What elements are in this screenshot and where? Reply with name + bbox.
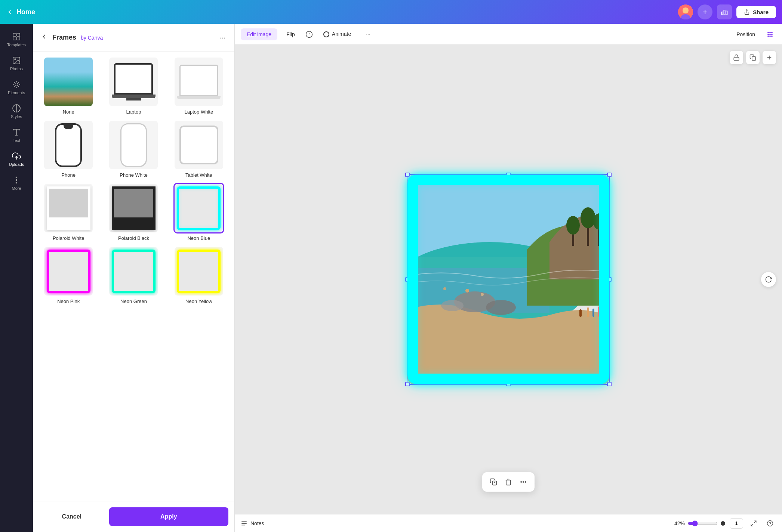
frame-item-neon-blue[interactable]: Neon Blue: [169, 184, 228, 241]
frame-label-phone: Phone: [61, 172, 76, 178]
home-button[interactable]: Home: [6, 8, 35, 16]
lock-button[interactable]: [730, 51, 743, 64]
phone-preview: [55, 123, 82, 167]
polaroid-inner: [49, 189, 88, 217]
animate-label: Animate: [332, 31, 351, 37]
sidebar-label-more: More: [12, 186, 21, 191]
frame-item-tablet-white[interactable]: Tablet White: [169, 121, 228, 178]
duplicate-icon: [749, 54, 756, 61]
laptop-base: [112, 95, 156, 98]
frame-item-polaroid-black[interactable]: Polaroid Black: [104, 184, 163, 241]
svg-rect-4: [724, 10, 725, 15]
frame-item-laptop-white[interactable]: Laptop White: [169, 58, 228, 115]
svg-rect-51: [598, 306, 601, 317]
frame-item-polaroid-white[interactable]: Polaroid White: [39, 184, 98, 241]
laptop-white-base: [177, 96, 221, 99]
animate-button[interactable]: Animate: [317, 28, 357, 40]
expand-button[interactable]: [748, 517, 760, 529]
rotate-icon: [765, 276, 772, 283]
laptop-preview: [109, 58, 158, 106]
share-icon: [744, 9, 750, 15]
svg-rect-26: [767, 34, 769, 35]
frames-panel: Frames by Canva ··· None: [33, 24, 235, 532]
cancel-button[interactable]: Cancel: [39, 507, 105, 526]
share-button[interactable]: Share: [736, 6, 776, 18]
neon-yellow-preview: [177, 250, 221, 293]
sidebar-label-uploads: Uploads: [9, 162, 24, 167]
edit-image-button[interactable]: Edit image: [241, 28, 277, 40]
image-frame-wrapper[interactable]: [407, 174, 610, 385]
frame-label-neon-pink: Neon Pink: [57, 299, 80, 304]
add-button[interactable]: +: [698, 4, 712, 19]
frame-thumb-laptop-white: [175, 58, 223, 106]
neon-blue-preview: [177, 186, 221, 230]
frame-item-phone-white[interactable]: Phone White: [104, 121, 163, 178]
frames-header: Frames by Canva ···: [33, 24, 234, 52]
sidebar-label-templates: Templates: [7, 43, 26, 47]
svg-rect-3: [722, 12, 723, 15]
frame-thumb-polaroid-black: [109, 184, 158, 232]
frame-item-neon-pink[interactable]: Neon Pink: [39, 247, 98, 304]
frame-item-neon-green[interactable]: Neon Green: [104, 247, 163, 304]
notes-button[interactable]: Notes: [241, 520, 264, 527]
svg-rect-23: [767, 32, 769, 33]
info-icon: [305, 31, 313, 38]
svg-line-66: [751, 524, 753, 526]
frame-thumb-laptop: [109, 58, 158, 106]
svg-point-12: [15, 83, 18, 86]
frame-label-none: None: [63, 109, 74, 115]
frame-label-neon-green: Neon Green: [120, 299, 147, 304]
frame-item-none[interactable]: None: [39, 58, 98, 115]
sidebar-item-uploads[interactable]: Uploads: [1, 148, 31, 170]
frame-label-neon-yellow: Neon Yellow: [185, 299, 212, 304]
position-button[interactable]: Position: [730, 28, 761, 40]
zoom-slider[interactable]: [688, 520, 718, 526]
svg-rect-5: [726, 11, 727, 15]
svg-line-65: [754, 521, 756, 523]
sidebar-item-templates[interactable]: Templates: [1, 28, 31, 51]
apply-button[interactable]: Apply: [109, 507, 228, 526]
copy-plus-icon: [490, 478, 497, 486]
sidebar-item-text[interactable]: Text: [1, 124, 31, 146]
add-page-button[interactable]: [763, 51, 776, 64]
frame-label-polaroid-black: Polaroid Black: [118, 235, 149, 241]
more-options-button[interactable]: ···: [360, 28, 376, 40]
frame-label-laptop: Laptop: [126, 109, 141, 115]
sidebar-item-photos[interactable]: Photos: [1, 52, 31, 75]
frame-item-laptop[interactable]: Laptop: [104, 58, 163, 115]
delete-button[interactable]: [502, 475, 515, 489]
frame-thumb-neon-blue: [175, 184, 223, 232]
svg-rect-50: [592, 309, 594, 317]
elements-icon: [12, 80, 21, 89]
svg-point-18: [16, 180, 17, 181]
laptop-white-screen: [179, 65, 218, 96]
svg-point-59: [521, 482, 522, 483]
info-button[interactable]: [304, 29, 314, 40]
copy-plus-button[interactable]: [487, 475, 500, 489]
trash-icon: [505, 478, 512, 486]
sidebar-item-styles[interactable]: Styles: [1, 100, 31, 123]
panel-more-button[interactable]: ···: [216, 32, 228, 43]
grid-icon: [766, 31, 774, 38]
page-indicator[interactable]: 1: [730, 518, 743, 529]
back-button[interactable]: [39, 31, 49, 44]
home-label: Home: [16, 8, 35, 16]
canvas-workspace[interactable]: [235, 45, 782, 514]
frame-item-phone[interactable]: Phone: [39, 121, 98, 178]
sidebar-item-elements[interactable]: Elements: [1, 76, 31, 99]
help-button[interactable]: [764, 517, 776, 529]
grid-dots-button[interactable]: [764, 28, 776, 40]
sidebar-item-more[interactable]: More: [1, 172, 31, 194]
help-icon: [767, 520, 773, 527]
canvas-top-icons: [730, 51, 776, 64]
more-actions-button[interactable]: [517, 475, 530, 489]
rotate-button[interactable]: [761, 272, 776, 287]
avatar[interactable]: [678, 4, 693, 19]
polaroid-inner-black: [114, 189, 153, 217]
stats-button[interactable]: [717, 4, 732, 19]
frame-item-neon-yellow[interactable]: Neon Yellow: [169, 247, 228, 304]
text-icon: [12, 128, 21, 137]
flip-button[interactable]: Flip: [280, 28, 301, 40]
duplicate-button[interactable]: [746, 51, 760, 64]
by-canva: by Canva: [81, 35, 103, 41]
